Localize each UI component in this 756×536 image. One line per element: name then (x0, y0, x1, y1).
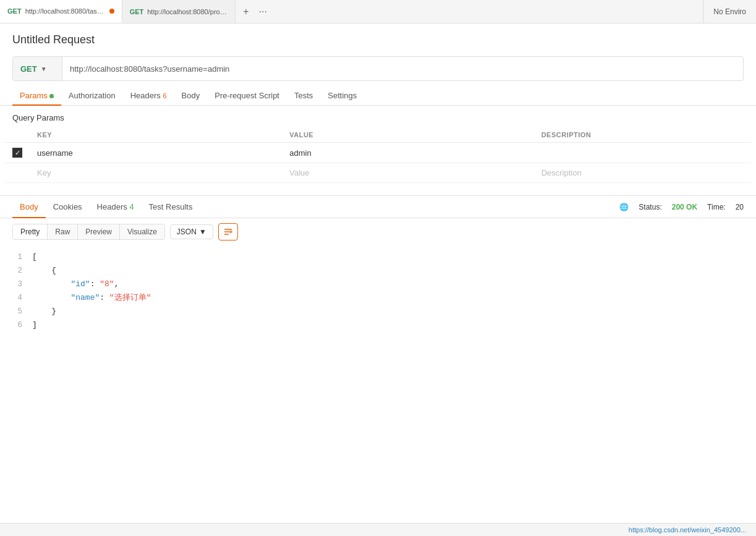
col-check-header (5, 127, 30, 143)
json-line-6: 6 ] (12, 318, 744, 332)
response-status-area: 🌐 Status: 200 OK Time: 20 (619, 203, 744, 211)
format-tab-visualize[interactable]: Visualize (120, 224, 164, 239)
params-container: KEY VALUE DESCRIPTION username admin (0, 127, 756, 183)
json-output: 1 [ 2 { 3 "id": "8", 4 "name": "选择订单" 5 … (0, 245, 756, 338)
placeholder-desc-cell[interactable]: Description (534, 163, 751, 183)
tab-method-inactive: GET (130, 8, 144, 15)
resp-tab-body[interactable]: Body (12, 196, 46, 218)
response-section: Body Cookies Headers 4 Test Results 🌐 St… (0, 195, 756, 338)
json-format-selector[interactable]: JSON ▼ (170, 224, 213, 239)
response-tabs-bar: Body Cookies Headers 4 Test Results 🌐 St… (0, 196, 756, 218)
col-key-header: KEY (30, 127, 282, 143)
json-line-1: 1 [ (12, 250, 744, 264)
param-key-value: username (37, 148, 73, 158)
time-value: 20 (736, 203, 744, 211)
json-format-label: JSON (177, 228, 197, 236)
time-label: Time: (707, 203, 726, 211)
param-desc-cell[interactable] (534, 143, 751, 163)
json-line-4: 4 "name": "选择订单" (12, 291, 744, 305)
json-line-5: 5 } (12, 305, 744, 318)
tab-headers[interactable]: Headers 6 (123, 86, 174, 105)
format-tab-preview[interactable]: Preview (78, 224, 120, 239)
format-tab-raw[interactable]: Raw (48, 224, 78, 239)
method-select[interactable]: GET ▼ (13, 57, 62, 80)
resp-headers-badge: 4 (129, 202, 134, 211)
tab-settings[interactable]: Settings (320, 86, 364, 105)
json-line-3: 3 "id": "8", (12, 278, 744, 291)
placeholder-key: Key (37, 168, 51, 177)
tab-bar: GET http://localhost:8080/tasks?use... G… (0, 0, 756, 23)
globe-icon[interactable]: 🌐 (619, 203, 629, 211)
response-toolbar: Pretty Raw Preview Visualize JSON ▼ (0, 218, 756, 245)
row-checkbox-cell (5, 143, 30, 163)
resp-tab-test-results[interactable]: Test Results (142, 196, 200, 218)
tab-tests[interactable]: Tests (287, 86, 320, 105)
col-value-header: VALUE (282, 127, 533, 143)
url-input[interactable] (62, 64, 743, 74)
url-bar: GET ▼ (12, 56, 744, 81)
headers-badge: 6 (163, 92, 166, 100)
table-row-placeholder: Key Value Description (5, 163, 751, 183)
param-value-cell[interactable]: admin (282, 143, 533, 163)
response-format-tabs: Pretty Raw Preview Visualize (12, 224, 165, 240)
method-label: GET (20, 64, 37, 74)
placeholder-desc: Description (542, 168, 582, 177)
resp-tab-headers[interactable]: Headers 4 (90, 196, 142, 218)
json-format-chevron-icon: ▼ (199, 228, 206, 236)
placeholder-value-cell[interactable]: Value (282, 163, 533, 183)
method-chevron-icon: ▼ (41, 66, 47, 72)
query-params-label: Query Params (0, 106, 756, 127)
params-table: KEY VALUE DESCRIPTION username admin (5, 127, 751, 183)
format-tab-pretty[interactable]: Pretty (13, 224, 48, 239)
add-tab-button[interactable]: + (240, 4, 251, 20)
more-tabs-button[interactable]: ··· (257, 4, 270, 20)
status-value: 200 OK (672, 203, 697, 211)
tab-actions: + ··· (236, 4, 274, 20)
status-label: Status: (639, 203, 661, 211)
tab-url-inactive: http://localhost:8080/process (147, 8, 227, 15)
request-title: Untitled Request (0, 23, 756, 51)
placeholder-key-cell[interactable]: Key (30, 163, 282, 183)
params-dot (49, 94, 54, 98)
tab-body[interactable]: Body (174, 86, 208, 105)
wrap-button[interactable] (218, 223, 238, 240)
param-value-value: admin (289, 148, 311, 158)
placeholder-value: Value (289, 168, 309, 177)
tab-pre-request[interactable]: Pre-request Script (207, 86, 287, 105)
col-desc-header: DESCRIPTION (534, 127, 751, 143)
json-line-2: 2 { (12, 264, 744, 278)
environment-selector[interactable]: No Enviro (703, 0, 756, 23)
tab-authorization[interactable]: Authorization (61, 86, 123, 105)
param-checkbox[interactable] (12, 148, 22, 158)
table-row: username admin (5, 143, 751, 163)
inactive-request-tab[interactable]: GET http://localhost:8080/process (122, 0, 236, 23)
wrap-icon (223, 227, 233, 237)
tab-url-active: http://localhost:8080/tasks?use... (25, 7, 106, 15)
param-key-cell[interactable]: username (30, 143, 282, 163)
resp-tab-cookies[interactable]: Cookies (46, 196, 90, 218)
tab-unsaved-dot (109, 9, 114, 14)
tab-method-active: GET (7, 7, 22, 15)
active-request-tab[interactable]: GET http://localhost:8080/tasks?use... (0, 0, 122, 23)
request-tabs: Params Authorization Headers 6 Body Pre-… (0, 86, 756, 106)
tab-params[interactable]: Params (12, 86, 61, 105)
